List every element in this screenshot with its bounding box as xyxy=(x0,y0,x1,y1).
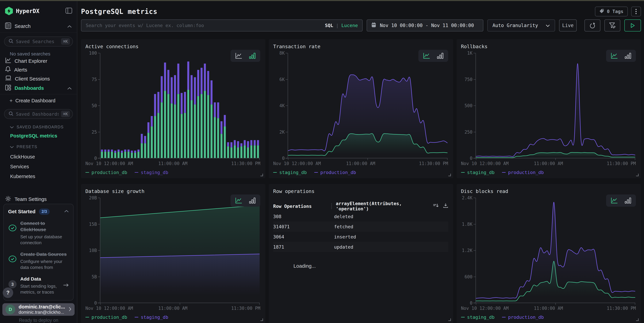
get-started-step-connect[interactable]: Connect to ClickHouse Set up your databa… xyxy=(8,220,69,246)
y-axis-label: 750 xyxy=(464,77,476,82)
calendar-icon xyxy=(372,22,376,29)
legend-item[interactable]: staging_db xyxy=(461,314,495,320)
collapse-sidebar-icon[interactable] xyxy=(66,8,72,14)
tags-button[interactable]: 0 Tags xyxy=(595,6,628,16)
sidebar-item-label: Search xyxy=(14,23,30,29)
panel-resize-handle[interactable] xyxy=(448,174,451,176)
table-row[interactable]: 314071fetched xyxy=(273,222,448,232)
panel-title: Transaction rate xyxy=(273,44,448,50)
plot-area xyxy=(476,198,635,303)
panel-resize-handle[interactable] xyxy=(448,318,451,321)
bar-chart-icon[interactable] xyxy=(248,197,256,204)
line-chart-icon[interactable] xyxy=(235,197,243,204)
y-axis-label: 600 xyxy=(464,274,476,279)
line-chart-icon[interactable] xyxy=(423,52,430,59)
legend-item[interactable]: production_db xyxy=(502,314,544,320)
x-axis-label: 11:00:00 AM xyxy=(332,161,390,166)
y-axis-label: 1.8K xyxy=(462,222,476,227)
sidebar: HyperDX Search ⌘K No saved searches xyxy=(0,1,77,323)
x-axis-label: Nov 10 12:00:00 AM xyxy=(461,306,519,311)
legend-item[interactable]: production_db xyxy=(502,170,544,175)
sidebar-item-preset-services[interactable]: Services xyxy=(0,162,77,172)
line-chart-icon[interactable] xyxy=(610,197,618,204)
bar-chart-icon[interactable] xyxy=(248,52,256,59)
sidebar-item-alerts[interactable]: Alerts xyxy=(0,66,77,74)
table-row[interactable]: 3064inserted xyxy=(273,232,448,242)
saved-dashboards-input[interactable]: ⌘K xyxy=(4,109,73,119)
check-circle-icon xyxy=(8,256,16,270)
chevron-down-icon xyxy=(10,125,14,129)
sidebar-item-chart-explorer[interactable]: Chart Explorer xyxy=(0,57,77,66)
legend-item[interactable]: production_db xyxy=(86,170,127,175)
live-button[interactable]: Live xyxy=(559,20,577,32)
download-icon[interactable] xyxy=(443,203,448,209)
avatar: D xyxy=(6,304,15,314)
event-search-input[interactable]: SQL | Lucene xyxy=(81,20,362,32)
table-header: Row OperationsarrayElement(Attributes, '… xyxy=(273,201,448,212)
filter-button[interactable] xyxy=(604,20,620,32)
bar-chart-icon[interactable] xyxy=(436,52,444,59)
sidebar-item-client-sessions[interactable]: Client Sessions xyxy=(0,74,77,83)
y-axis-label: 250 xyxy=(464,130,476,134)
legend-item[interactable]: production_db xyxy=(314,170,356,175)
line-chart-icon[interactable] xyxy=(610,52,618,59)
panel-resize-handle[interactable] xyxy=(636,174,638,176)
sidebar-item-team-settings[interactable]: Team Settings xyxy=(0,195,77,204)
chevron-up-icon xyxy=(67,23,72,29)
x-axis-label: 11:30:00 PM xyxy=(578,161,636,166)
chart-type-toggle xyxy=(418,50,448,62)
get-started-step-add-data[interactable]: 3 Add Data Start sending logs, metrics, … xyxy=(8,276,69,295)
y-axis-label: 15B xyxy=(89,222,100,227)
sidebar-item-preset-kubernetes[interactable]: Kubernetes xyxy=(0,172,77,181)
bar-chart-icon[interactable] xyxy=(624,52,632,59)
play-icon xyxy=(630,23,635,28)
panel-resize-handle[interactable] xyxy=(636,318,638,321)
legend-item[interactable]: staging_db xyxy=(273,170,307,175)
legend-item[interactable]: staging_db xyxy=(134,170,168,175)
search-icon xyxy=(8,38,14,44)
sidebar-item-dashboards[interactable]: Dashboards xyxy=(0,84,77,92)
column-header[interactable]: Row Operations xyxy=(273,204,331,209)
refresh-button[interactable] xyxy=(584,20,600,32)
presets-section-header[interactable]: PRESETS xyxy=(0,144,77,149)
saved-searches-input[interactable]: ⌘K xyxy=(4,36,73,46)
date-range-picker[interactable]: Nov 10 00:00:00 - Nov 11 00:00:00 xyxy=(367,20,483,32)
chart: 02K4K6K8KNov 10 12:00:00 AM11:00:00 AM11… xyxy=(273,50,448,176)
lucene-mode-toggle[interactable]: Lucene xyxy=(341,23,358,28)
sidebar-item-label: Chart Explorer xyxy=(14,58,47,64)
more-options-button[interactable] xyxy=(631,6,641,16)
column-header[interactable]: arrayElement(Attributes, 'operation') xyxy=(336,201,433,212)
chart-legend: staging_dbproduction_db xyxy=(461,314,636,320)
chevron-up-icon[interactable] xyxy=(64,210,69,213)
sql-mode-toggle[interactable]: SQL xyxy=(325,23,333,28)
legend-item[interactable]: production_db xyxy=(86,314,127,320)
saved-dashboards-section-header[interactable]: SAVED DASHBOARDS xyxy=(0,125,77,129)
x-axis-label: Nov 10 12:00:00 AM xyxy=(461,161,519,166)
sidebar-item-search[interactable]: Search xyxy=(0,22,77,30)
chart: 05B10B15B20BNov 10 12:00:00 AM11:00:00 A… xyxy=(86,195,260,320)
user-menu[interactable]: D dominic.tran@clic... dominic.tran@clic… xyxy=(2,303,74,316)
panel-disc-blocks-read: Disc blocks read06001.2K1.8K2.4KNov 10 1… xyxy=(456,184,641,323)
sidebar-item-postgresql-metrics[interactable]: PostgreSQL metrics xyxy=(0,133,77,139)
legend-item[interactable]: staging_db xyxy=(461,170,495,175)
legend-item[interactable]: staging_db xyxy=(134,314,168,320)
get-started-step-sources[interactable]: Create Data Sources Configure where your… xyxy=(8,251,69,270)
run-query-button[interactable] xyxy=(624,20,641,32)
table-row[interactable]: 1871updated xyxy=(273,242,448,252)
table-row[interactable]: 308deleted xyxy=(273,212,448,222)
chart-type-toggle xyxy=(606,50,636,62)
sort-filter-icon[interactable] xyxy=(433,203,439,209)
panel-resize-handle[interactable] xyxy=(260,318,263,321)
help-button[interactable]: ? xyxy=(3,288,13,298)
chart: 06001.2K1.8K2.4KNov 10 12:00:00 AM11:00:… xyxy=(461,195,636,320)
panel-row-operations: Row operationsRow OperationsarrayElement… xyxy=(269,184,453,323)
chart-legend: production_dbstaging_db xyxy=(86,314,260,320)
granularity-select[interactable]: Auto Granularity xyxy=(488,20,555,32)
sidebar-item-preset-clickhouse[interactable]: ClickHouse xyxy=(0,152,77,162)
bar-chart-icon[interactable] xyxy=(624,197,632,204)
create-dashboard-button[interactable]: + Create Dashboard xyxy=(0,96,77,105)
line-chart-icon[interactable] xyxy=(235,52,243,59)
x-axis-label: 11:30:00 PM xyxy=(390,161,448,166)
panel-resize-handle[interactable] xyxy=(260,174,263,176)
sidebar-item-label: Dashboards xyxy=(14,85,44,91)
